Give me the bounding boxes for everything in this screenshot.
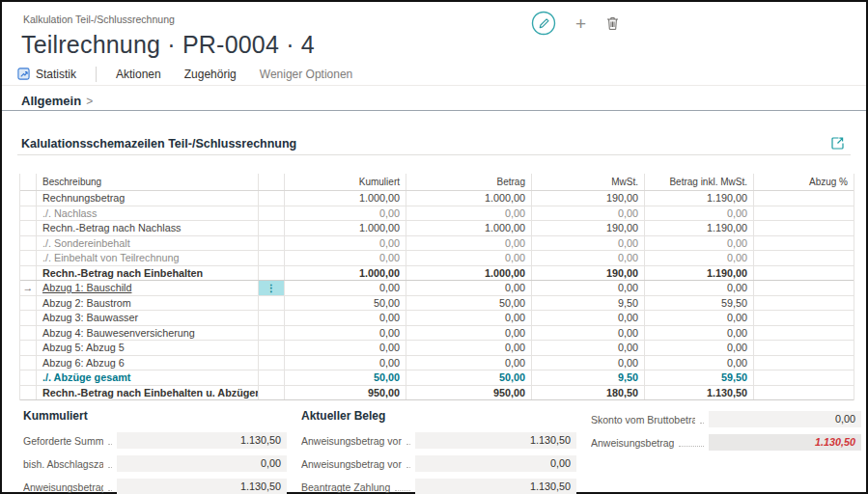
cell-description[interactable]: Rechn.-Betrag nach Einbehalten u. Abzüge… xyxy=(37,386,259,400)
cell-betrag-inkl-mwst[interactable]: 59,50 xyxy=(645,296,754,311)
cell-description[interactable]: Abzug 6: Abzug 6 xyxy=(37,356,259,370)
cell-betrag[interactable]: 1.000,00 xyxy=(406,221,532,235)
cell-betrag[interactable]: 0,00 xyxy=(406,326,532,341)
cell-mwst[interactable]: 190,00 xyxy=(532,266,645,281)
cell-betrag-inkl-mwst[interactable]: 1.190,00 xyxy=(645,266,754,281)
cell-mwst[interactable]: 9,50 xyxy=(532,370,645,385)
table-row[interactable]: Rechn.-Betrag nach Einbehalten u. Abzüge… xyxy=(20,386,854,401)
field-value[interactable]: 1.130,50 xyxy=(415,479,576,494)
row-selector[interactable] xyxy=(20,311,37,325)
cell-description[interactable]: Abzug 3: Bauwasser xyxy=(37,311,259,325)
cell-kumuliert[interactable]: 0,00 xyxy=(285,311,406,325)
cell-description[interactable]: ./. Sondereinbehalt xyxy=(37,236,259,251)
aktionen-menu[interactable]: Aktionen xyxy=(104,68,173,81)
row-selector[interactable] xyxy=(20,296,37,311)
cell-kumuliert[interactable]: 0,00 xyxy=(285,206,406,221)
cell-description[interactable]: Abzug 4: Bauwesenversicherung xyxy=(37,326,259,341)
cell-kumuliert[interactable]: 50,00 xyxy=(285,370,406,385)
cell-betrag-inkl-mwst[interactable]: 0,00 xyxy=(645,251,754,265)
cell-abzug-pct[interactable] xyxy=(754,326,854,341)
table-row[interactable]: Rechnungsbetrag1.000,001.000,00190,001.1… xyxy=(20,191,854,206)
cell-mwst[interactable]: 190,00 xyxy=(532,221,645,235)
table-row[interactable]: ./. Sondereinbehalt0,000,000,000,00 xyxy=(20,236,854,252)
cell-betrag[interactable]: 1.000,00 xyxy=(406,191,532,206)
table-row[interactable]: Abzug 2: Baustrom50,0050,009,5059,50 xyxy=(20,296,854,312)
cell-betrag-inkl-mwst[interactable]: 0,00 xyxy=(645,281,754,295)
cell-betrag[interactable]: 0,00 xyxy=(406,356,532,370)
cell-betrag[interactable]: 50,00 xyxy=(406,370,532,385)
cell-description[interactable]: Abzug 2: Baustrom xyxy=(37,296,259,311)
field-value[interactable]: 1.130,50 xyxy=(709,434,861,451)
row-selector[interactable] xyxy=(20,356,37,370)
cell-betrag-inkl-mwst[interactable]: 0,00 xyxy=(645,356,754,370)
cell-mwst[interactable]: 0,00 xyxy=(532,236,645,251)
cell-mwst[interactable]: 0,00 xyxy=(532,341,645,355)
row-selector[interactable] xyxy=(20,251,37,265)
selected-row-arrow-icon[interactable]: → xyxy=(20,281,37,295)
add-plus-icon[interactable]: + xyxy=(575,14,586,33)
cell-abzug-pct[interactable] xyxy=(754,296,854,311)
cell-betrag[interactable]: 50,00 xyxy=(406,296,532,311)
field-value[interactable]: 1.130,50 xyxy=(117,432,287,449)
cell-abzug-pct[interactable] xyxy=(754,370,854,385)
table-row[interactable]: Abzug 4: Bauwesenversicherung0,000,000,0… xyxy=(20,326,854,342)
field-value[interactable]: 0,00 xyxy=(117,455,287,472)
cell-mwst[interactable]: 180,50 xyxy=(532,386,645,400)
cell-abzug-pct[interactable] xyxy=(754,206,854,221)
cell-kumuliert[interactable]: 50,00 xyxy=(285,296,406,311)
cell-abzug-pct[interactable] xyxy=(754,311,854,325)
cell-mwst[interactable]: 0,00 xyxy=(532,281,645,295)
row-selector[interactable] xyxy=(20,266,37,281)
cell-mwst[interactable]: 0,00 xyxy=(532,326,645,341)
cell-betrag-inkl-mwst[interactable]: 0,00 xyxy=(645,341,754,355)
row-selector[interactable] xyxy=(20,221,37,235)
row-selector[interactable] xyxy=(20,370,37,385)
table-row[interactable]: ./. Einbehalt von Teilrechnung0,000,000,… xyxy=(20,251,854,266)
field-value[interactable]: 1.130,50 xyxy=(415,432,576,449)
cell-description[interactable]: ./. Abzüge gesamt xyxy=(37,370,259,385)
cell-kumuliert[interactable]: 1.000,00 xyxy=(285,191,406,206)
cell-description[interactable]: Rechn.-Betrag nach Nachlass xyxy=(37,221,259,235)
cell-betrag-inkl-mwst[interactable]: 1.190,00 xyxy=(645,221,754,235)
cell-betrag-inkl-mwst[interactable]: 1.130,50 xyxy=(645,386,754,400)
header-beschreibung[interactable]: Beschreibung xyxy=(37,174,259,190)
cell-abzug-pct[interactable] xyxy=(754,266,854,281)
field-value[interactable]: 0,00 xyxy=(415,455,576,472)
edit-pencil-icon[interactable] xyxy=(531,11,556,36)
cell-betrag[interactable]: 0,00 xyxy=(406,311,532,325)
cell-abzug-pct[interactable] xyxy=(754,191,854,206)
cell-betrag[interactable]: 0,00 xyxy=(406,236,532,251)
cell-description[interactable]: Abzug 1: Bauschild xyxy=(37,281,259,295)
table-row[interactable]: Rechn.-Betrag nach Nachlass1.000,001.000… xyxy=(20,221,854,236)
cell-kumuliert[interactable]: 1.000,00 xyxy=(285,221,406,235)
cell-betrag[interactable]: 950,00 xyxy=(406,386,532,400)
field-value[interactable]: 1.130,50 xyxy=(117,479,287,494)
zugehoerig-menu[interactable]: Zugehörig xyxy=(173,68,248,81)
row-selector[interactable] xyxy=(20,326,37,341)
cell-kumuliert[interactable]: 0,00 xyxy=(285,281,406,295)
cell-abzug-pct[interactable] xyxy=(754,251,854,265)
cell-description[interactable]: Rechn.-Betrag nach Einbehalten xyxy=(37,266,259,281)
cell-betrag-inkl-mwst[interactable]: 0,00 xyxy=(645,326,754,341)
row-selector[interactable] xyxy=(20,206,37,221)
header-betrag[interactable]: Betrag xyxy=(406,174,532,190)
cell-abzug-pct[interactable] xyxy=(754,236,854,251)
cell-mwst[interactable]: 190,00 xyxy=(532,191,645,206)
cell-betrag-inkl-mwst[interactable]: 1.190,00 xyxy=(645,191,754,206)
header-betrag-inkl-mwst[interactable]: Betrag inkl. MwSt. xyxy=(645,174,754,190)
cell-betrag[interactable]: 0,00 xyxy=(406,281,532,295)
table-row[interactable]: Abzug 6: Abzug 60,000,000,000,00 xyxy=(20,356,854,371)
cell-description[interactable]: ./. Nachlass xyxy=(37,206,259,221)
cell-kumuliert[interactable]: 950,00 xyxy=(285,386,406,400)
cell-abzug-pct[interactable] xyxy=(754,281,854,295)
table-row[interactable]: Abzug 5: Abzug 50,000,000,000,00 xyxy=(20,341,854,356)
cell-abzug-pct[interactable] xyxy=(754,356,854,370)
table-row[interactable]: ./. Nachlass0,000,000,000,00 xyxy=(20,206,854,222)
cell-betrag-inkl-mwst[interactable]: 59,50 xyxy=(645,370,754,385)
delete-trash-icon[interactable] xyxy=(605,15,620,31)
cell-mwst[interactable]: 9,50 xyxy=(532,296,645,311)
table-row[interactable]: Rechn.-Betrag nach Einbehalten1.000,001.… xyxy=(20,266,854,282)
cell-kumuliert[interactable]: 0,00 xyxy=(285,356,406,370)
field-value[interactable]: 0,00 xyxy=(709,411,861,427)
cell-description[interactable]: Abzug 5: Abzug 5 xyxy=(37,341,259,355)
